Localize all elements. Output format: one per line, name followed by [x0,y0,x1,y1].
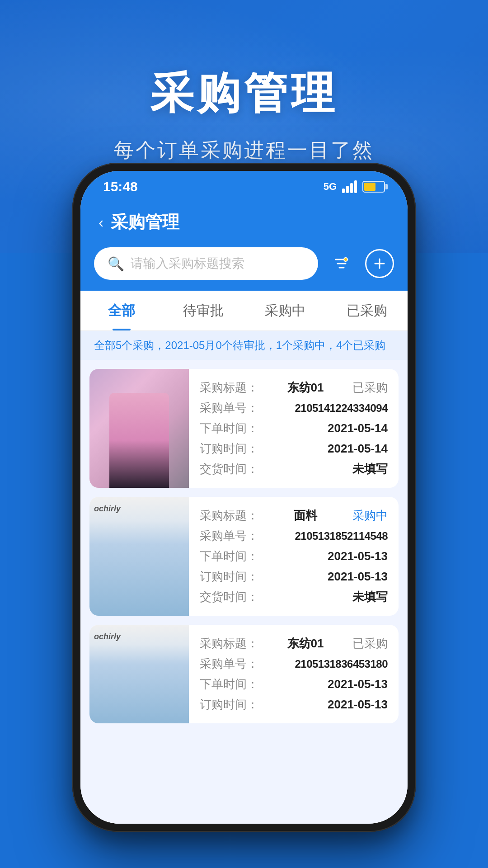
phone-screen: 15:48 5G ‹ 采购管理 [80,171,408,824]
action-icons [327,249,394,278]
product-info-1: 采购标题： 东纺01 已采购 采购单号： 2105141224334094 下单… [189,369,399,488]
tab-pending[interactable]: 待审批 [162,291,244,330]
product-info-3: 采购标题： 东纺01 已采购 采购单号： 2105131836453180 下单… [189,625,399,723]
app-header: ‹ 采购管理 [80,200,408,247]
title-row-2: 采购标题： 面料 采购中 [200,508,388,524]
summary-bar: 全部5个采购，2021-05月0个待审批，1个采购中，4个已采购 [80,331,408,360]
status-badge-3: 已采购 [352,636,388,651]
add-button[interactable] [365,249,394,278]
title-row-3: 采购标题： 东纺01 已采购 [200,636,388,651]
tab-underline [113,329,131,330]
search-bar[interactable]: 🔍 请输入采购标题搜索 [94,247,318,280]
tab-purchasing[interactable]: 采购中 [244,291,326,330]
tab-all[interactable]: 全部 [80,291,162,330]
place-time-row-2: 下单时间： 2021-05-13 [200,548,388,564]
product-image-3: ochirly [89,625,189,723]
phone-frame: 15:48 5G ‹ 采购管理 [72,163,416,832]
brand-label-3: ochirly [94,632,121,642]
app-header-title: 采购管理 [111,211,179,234]
content-area: 采购标题： 东纺01 已采购 采购单号： 2105141224334094 下单… [80,360,408,824]
product-image-1 [89,369,189,488]
product-image-2: ochirly [89,497,189,616]
search-input-placeholder: 请输入采购标题搜索 [131,255,244,272]
product-card[interactable]: 采购标题： 东纺01 已采购 采购单号： 2105141224334094 下单… [89,369,399,488]
order-time-row-3: 订购时间： 2021-05-13 [200,697,388,712]
hero-title: 采购管理 [150,65,338,123]
battery-icon [362,181,385,193]
order-no-row-1: 采购单号： 2105141224334094 [200,400,388,416]
status-bar: 15:48 5G [80,171,408,200]
battery-fill [364,183,375,191]
product-card-3[interactable]: ochirly 采购标题： 东纺01 已采购 采购单号： 21051318364… [89,625,399,723]
tabs-bar: 全部 待审批 采购中 已采购 [80,291,408,331]
place-time-row-3: 下单时间： 2021-05-13 [200,676,388,692]
filter-button[interactable] [327,249,356,278]
back-button[interactable]: ‹ [99,213,103,231]
place-time-row-1: 下单时间： 2021-05-14 [200,420,388,436]
phone-wrapper: 15:48 5G ‹ 采购管理 [72,163,416,832]
order-no-row-2: 采购单号： 2105131852114548 [200,528,388,544]
status-time: 15:48 [103,179,138,194]
title-row-1: 采购标题： 东纺01 已采购 [200,380,388,396]
signal-label: 5G [324,181,337,193]
signal-icon [342,180,357,193]
delivery-time-row-2: 交货时间： 未填写 [200,589,388,605]
order-time-row-2: 订购时间： 2021-05-13 [200,569,388,585]
product-card-2[interactable]: ochirly 采购标题： 面料 采购中 采购单号： 2105131852114… [89,497,399,616]
product-info-2: 采购标题： 面料 采购中 采购单号： 2105131852114548 下单时间… [189,497,399,616]
status-badge-2: 采购中 [352,508,388,524]
order-no-row-3: 采购单号： 2105131836453180 [200,656,388,672]
summary-text: 全部5个采购，2021-05月0个待审批，1个采购中，4个已采购 [94,339,385,351]
delivery-time-row-1: 交货时间： 未填写 [200,461,388,477]
order-time-row-1: 订购时间： 2021-05-14 [200,441,388,457]
status-badge-1: 已采购 [352,380,388,396]
tab-purchased[interactable]: 已采购 [326,291,408,330]
hero-subtitle: 每个订单采购进程一目了然 [114,137,374,164]
svg-point-0 [344,258,347,261]
search-area: 🔍 请输入采购标题搜索 [80,247,408,291]
search-icon: 🔍 [108,256,124,272]
status-icons: 5G [324,180,385,193]
brand-label-2: ochirly [94,504,121,514]
